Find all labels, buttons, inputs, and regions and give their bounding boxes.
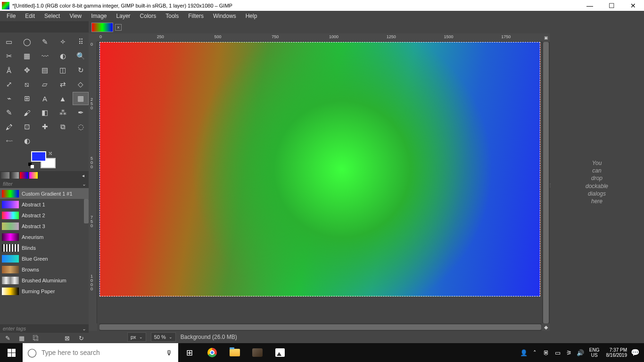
gradient-item[interactable]: Browns: [0, 264, 89, 275]
menu-help[interactable]: Help: [241, 11, 262, 21]
tool-airbrush[interactable]: ⁂: [55, 106, 71, 119]
minimize-button[interactable]: —: [579, 0, 601, 11]
scrollbar-thumb[interactable]: [99, 324, 541, 330]
start-button[interactable]: [0, 343, 23, 362]
tool-perspective[interactable]: ▱: [37, 78, 53, 91]
scrollbar-thumb[interactable]: [84, 199, 89, 223]
menu-file[interactable]: File: [2, 11, 20, 21]
close-button[interactable]: ✕: [622, 0, 644, 11]
refresh-gradients-button[interactable]: ↻: [77, 334, 85, 342]
taskbar-app-chrome[interactable]: [201, 343, 223, 362]
gradient-item[interactable]: Custom Gradient 1 #1: [0, 188, 89, 199]
tool-flip[interactable]: ⇄: [55, 78, 71, 91]
gradient-list[interactable]: Custom Gradient 1 #1Abstract 1Abstract 2…: [0, 188, 89, 324]
dock-tab-patterns[interactable]: [29, 172, 38, 179]
menu-view[interactable]: View: [65, 11, 86, 21]
tool-align[interactable]: ▤: [37, 64, 53, 77]
duplicate-gradient-button[interactable]: ⿻: [32, 334, 40, 342]
people-icon[interactable]: 👤: [519, 349, 529, 356]
chevron-down-icon[interactable]: ⌄: [82, 326, 86, 331]
navigation-icon[interactable]: ◆: [542, 323, 550, 331]
tool-color-select[interactable]: ⠿: [73, 35, 89, 49]
canvas[interactable]: [97, 42, 542, 323]
tool-text[interactable]: A: [37, 92, 53, 105]
dock-tab-menu-icon[interactable]: ◂: [82, 173, 88, 178]
microphone-icon[interactable]: 🎙: [159, 349, 178, 357]
ruler-vertical[interactable]: 02505007501000: [89, 42, 97, 323]
tool-pencil[interactable]: ✎: [1, 106, 17, 119]
tool-dodge-burn[interactable]: ◐: [19, 134, 35, 148]
gradient-item[interactable]: Brushed Aluminium: [0, 275, 89, 286]
maximize-button[interactable]: ☐: [601, 0, 622, 11]
swap-colors-icon[interactable]: ⤭: [48, 150, 52, 156]
menu-edit[interactable]: Edit: [20, 11, 40, 21]
taskbar-app-explorer[interactable]: [223, 343, 246, 362]
tool-cage[interactable]: ◇: [73, 78, 89, 91]
taskbar-app-gimp[interactable]: [246, 343, 269, 362]
tags-field[interactable]: enter tags ⌄: [0, 324, 89, 333]
ruler-origin[interactable]: [89, 33, 97, 42]
edit-gradient-button[interactable]: ✎: [4, 334, 11, 342]
menu-windows[interactable]: Windows: [208, 11, 241, 21]
tool-foreground-select[interactable]: ▦: [19, 49, 35, 63]
tool-eraser[interactable]: ◧: [37, 106, 53, 119]
default-colors-icon[interactable]: [28, 163, 34, 168]
tool-gradient[interactable]: ▦: [73, 92, 89, 105]
tool-perspective-clone[interactable]: ⧉: [55, 120, 71, 133]
image-tab-thumbnail[interactable]: [91, 23, 113, 32]
dock-tab-tool-options[interactable]: [1, 172, 9, 179]
tool-ink[interactable]: ✒: [73, 106, 89, 119]
new-gradient-button[interactable]: ▦: [18, 334, 25, 342]
quick-mask-toggle[interactable]: [89, 323, 97, 331]
tool-crop[interactable]: ◫: [55, 64, 71, 77]
tool-zoom[interactable]: 🔍: [73, 49, 89, 63]
right-dock[interactable]: ⋮ Youcandropdockabledialogshere: [550, 21, 644, 343]
foreground-color[interactable]: [31, 151, 46, 162]
image-tab-close-icon[interactable]: ×: [115, 24, 122, 31]
menu-filters[interactable]: Filters: [183, 11, 208, 21]
menu-image[interactable]: Image: [86, 11, 111, 21]
tool-move[interactable]: ✥: [19, 64, 35, 77]
tool-blur-sharpen[interactable]: ◌: [73, 120, 89, 133]
delete-gradient-button[interactable]: ⊠: [63, 334, 71, 342]
volume-icon[interactable]: 🔊: [575, 349, 586, 356]
tool-unified-transform[interactable]: ⊞: [19, 92, 35, 105]
gradient-item[interactable]: Abstract 1: [0, 199, 89, 210]
horizontal-scrollbar[interactable]: [99, 323, 541, 331]
canvas-image[interactable]: [99, 42, 540, 296]
tool-color-picker[interactable]: ◐: [55, 49, 71, 63]
menu-colors[interactable]: Colors: [135, 11, 161, 21]
gradient-item[interactable]: Blinds: [0, 242, 89, 253]
tool-rotate[interactable]: ↻: [73, 64, 89, 77]
tool-paintbrush[interactable]: 🖌: [19, 106, 35, 119]
tool-free-select[interactable]: ✎: [37, 35, 53, 49]
zoom-selector[interactable]: 50 %⌄: [151, 332, 176, 342]
taskbar-search[interactable]: ◯ Type here to search 🎙: [23, 343, 178, 362]
gradient-item[interactable]: Abstract 2: [0, 210, 89, 221]
action-center-icon[interactable]: 💬: [631, 348, 641, 357]
dock-handle[interactable]: ⋮: [548, 182, 550, 197]
chevron-down-icon[interactable]: ⌄: [82, 181, 86, 187]
menu-select[interactable]: Select: [40, 11, 65, 21]
zoom-fit-icon[interactable]: ▣: [542, 33, 550, 42]
tool-fuzzy-select[interactable]: ✧: [55, 35, 71, 49]
tool-ellipse-select[interactable]: ◯: [19, 35, 35, 49]
tool-smudge[interactable]: ⬳: [1, 134, 17, 148]
tray-overflow-icon[interactable]: ˄: [530, 349, 540, 356]
gradient-item[interactable]: Aneurism: [0, 231, 89, 242]
language-indicator[interactable]: ENGUS: [586, 347, 603, 358]
wifi-icon[interactable]: ⚞: [564, 349, 574, 356]
tool-mypaint-brush[interactable]: 🖍: [1, 120, 17, 133]
taskbar-clock[interactable]: 7:37 PM8/16/2019: [603, 347, 630, 358]
gradient-filter[interactable]: filter ⌄: [0, 180, 89, 188]
tool-scale[interactable]: ⤢: [1, 78, 17, 91]
menu-tools[interactable]: Tools: [161, 11, 183, 21]
taskbar-app-photos[interactable]: [269, 343, 291, 362]
gradient-item[interactable]: Blue Green: [0, 253, 89, 264]
tool-shear[interactable]: ⧅: [19, 78, 35, 91]
dock-tab-device[interactable]: [10, 172, 19, 179]
tool-scissors[interactable]: ✂: [1, 49, 17, 63]
menu-layer[interactable]: Layer: [112, 11, 135, 21]
tool-warp[interactable]: ⌁: [1, 92, 17, 105]
tool-measure[interactable]: Å: [1, 64, 17, 77]
